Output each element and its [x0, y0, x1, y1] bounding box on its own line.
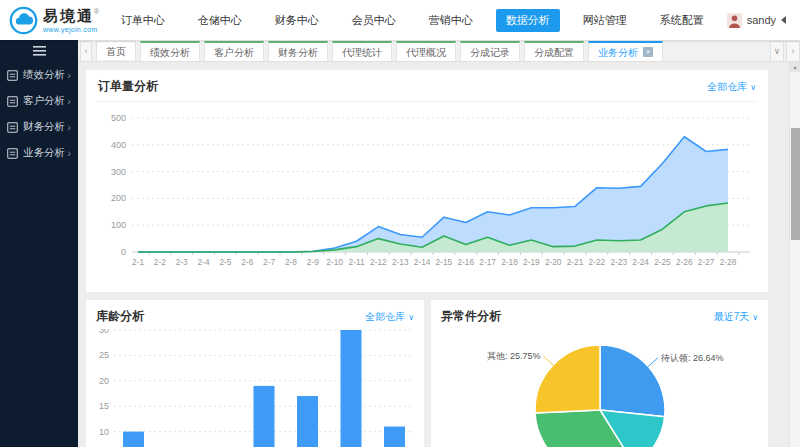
svg-text:待认领: 26.64%: 待认领: 26.64% [660, 353, 724, 363]
nav-item-2[interactable]: 仓储中心 [188, 9, 252, 32]
chevron-down-icon: ∨ [752, 313, 758, 322]
warehouse-selector[interactable]: 全部仓库 ∨ [707, 80, 756, 94]
report-icon [7, 96, 18, 107]
svg-text:2-15: 2-15 [436, 257, 453, 267]
tab-label: 客户分析 [214, 44, 254, 61]
chevron-right-icon: › [67, 95, 71, 107]
tab-8[interactable]: 分成配置 [524, 41, 584, 61]
tab-label: 代理概况 [406, 44, 446, 61]
range-selector[interactable]: 最近7天 ∨ [714, 310, 758, 324]
top-header: 易境通® www.yejoin.com 订单中心仓储中心财务中心会员中心营销中心… [0, 0, 800, 40]
svg-text:2-16: 2-16 [457, 257, 474, 267]
avatar-icon [727, 13, 742, 28]
svg-text:2-19: 2-19 [523, 257, 540, 267]
scrollbar-up-arrow[interactable]: ▲ [790, 62, 800, 72]
sidebar-item-label: 绩效分析 [23, 68, 67, 82]
svg-text:2-10: 2-10 [326, 257, 343, 267]
svg-text:30: 30 [99, 329, 109, 335]
nav-item-6[interactable]: 数据分析 [496, 9, 560, 32]
tab-label: 绩效分析 [150, 44, 190, 61]
legend-item-1[interactable]: 客户预报 [352, 291, 410, 292]
tab-bar: ‹ 首页绩效分析客户分析财务分析代理统计代理概况分成记录分成配置业务分析× ∨ … [78, 40, 800, 62]
tab-9[interactable]: 业务分析× [588, 41, 663, 61]
nav-item-5[interactable]: 营销中心 [419, 9, 483, 32]
order-volume-panel: 订单量分析 全部仓库 ∨ 01002003004005002-12-22-32-… [86, 70, 768, 292]
svg-text:2-17: 2-17 [479, 257, 496, 267]
tab-label: 代理统计 [342, 44, 382, 61]
abnormal-title: 异常件分析 [441, 308, 501, 325]
nav-item-8[interactable]: 系统配置 [650, 9, 714, 32]
brand-url: www.yejoin.com [43, 26, 99, 33]
svg-text:2-25: 2-25 [654, 257, 671, 267]
report-icon [7, 148, 18, 159]
tab-scroll-left-button[interactable]: ‹ [80, 41, 92, 61]
svg-text:2-24: 2-24 [632, 257, 649, 267]
svg-text:2-5: 2-5 [219, 257, 231, 267]
svg-text:2-26: 2-26 [676, 257, 693, 267]
svg-text:2-23: 2-23 [610, 257, 627, 267]
stock-age-bar-chart: 1015202530 [96, 329, 414, 447]
tab-scroll-right-button[interactable]: › [786, 41, 800, 61]
svg-text:15: 15 [99, 401, 109, 411]
hamburger-icon [33, 46, 46, 56]
registered-mark: ® [94, 8, 99, 15]
chevron-down-icon: ∨ [408, 313, 414, 322]
pie-slice-4 [535, 345, 600, 413]
svg-text:2-18: 2-18 [501, 257, 518, 267]
brand-name: 易境通 [43, 7, 94, 24]
warehouse-selector-2[interactable]: 全部仓库 ∨ [365, 310, 414, 324]
svg-text:10: 10 [99, 427, 109, 437]
tab-collapse-button[interactable]: ∨ [770, 41, 784, 61]
legend-item-2[interactable]: 申请出库 [444, 291, 502, 292]
sidebar-item-2[interactable]: 客户分析› [0, 88, 78, 114]
tab-3[interactable]: 客户分析 [204, 41, 264, 61]
sidebar-item-label: 业务分析 [23, 146, 67, 160]
svg-text:2-9: 2-9 [307, 257, 319, 267]
nav-item-4[interactable]: 会员中心 [342, 9, 406, 32]
svg-text:2-13: 2-13 [392, 257, 409, 267]
sidebar: 绩效分析›客户分析›财务分析›业务分析› [0, 40, 78, 447]
nav-item-7[interactable]: 网站管理 [573, 9, 637, 32]
user-menu[interactable]: sandy [727, 13, 800, 28]
sidebar-item-1[interactable]: 绩效分析› [0, 62, 78, 88]
tab-6[interactable]: 代理概况 [396, 41, 456, 61]
tab-2[interactable]: 绩效分析 [140, 41, 200, 61]
nav-item-1[interactable]: 订单中心 [111, 9, 175, 32]
svg-text:2-12: 2-12 [370, 257, 387, 267]
svg-text:2-7: 2-7 [263, 257, 275, 267]
svg-text:0: 0 [121, 247, 126, 257]
stock-age-panel: 库龄分析 全部仓库 ∨ 1015202530 [86, 300, 424, 447]
tab-label: 业务分析 [598, 44, 638, 61]
chevron-right-icon: › [67, 121, 71, 133]
sidebar-item-3[interactable]: 财务分析› [0, 114, 78, 140]
scrollbar-thumb[interactable] [791, 128, 800, 240]
tab-close-icon[interactable]: × [643, 47, 653, 57]
svg-text:20: 20 [99, 376, 109, 386]
svg-text:2-8: 2-8 [285, 257, 297, 267]
svg-text:2-1: 2-1 [132, 257, 144, 267]
svg-text:2-27: 2-27 [698, 257, 715, 267]
svg-text:100: 100 [111, 220, 126, 230]
scrollbar[interactable]: ▲ [789, 62, 800, 447]
tab-label: 财务分析 [278, 44, 318, 61]
tab-1[interactable]: 首页 [96, 41, 136, 60]
tab-label: 分成配置 [534, 44, 574, 61]
tab-7[interactable]: 分成记录 [460, 41, 520, 61]
sidebar-collapse-button[interactable] [0, 40, 78, 62]
chevron-right-icon: › [67, 147, 71, 159]
brand-logo[interactable]: 易境通® www.yejoin.com [0, 6, 111, 35]
svg-text:2-11: 2-11 [349, 257, 365, 267]
tab-label: 分成记录 [470, 44, 510, 61]
svg-text:2-20: 2-20 [545, 257, 562, 267]
svg-text:2-4: 2-4 [198, 257, 210, 267]
svg-text:其他: 25.75%: 其他: 25.75% [487, 351, 541, 361]
svg-text:2-22: 2-22 [589, 257, 606, 267]
pie-slice-1 [600, 345, 665, 417]
tab-4[interactable]: 财务分析 [268, 41, 328, 61]
svg-text:2-6: 2-6 [241, 257, 253, 267]
tab-5[interactable]: 代理统计 [332, 41, 392, 61]
sidebar-item-label: 财务分析 [23, 120, 67, 134]
nav-item-3[interactable]: 财务中心 [265, 9, 329, 32]
svg-text:2-14: 2-14 [414, 257, 431, 267]
sidebar-item-4[interactable]: 业务分析› [0, 140, 78, 166]
